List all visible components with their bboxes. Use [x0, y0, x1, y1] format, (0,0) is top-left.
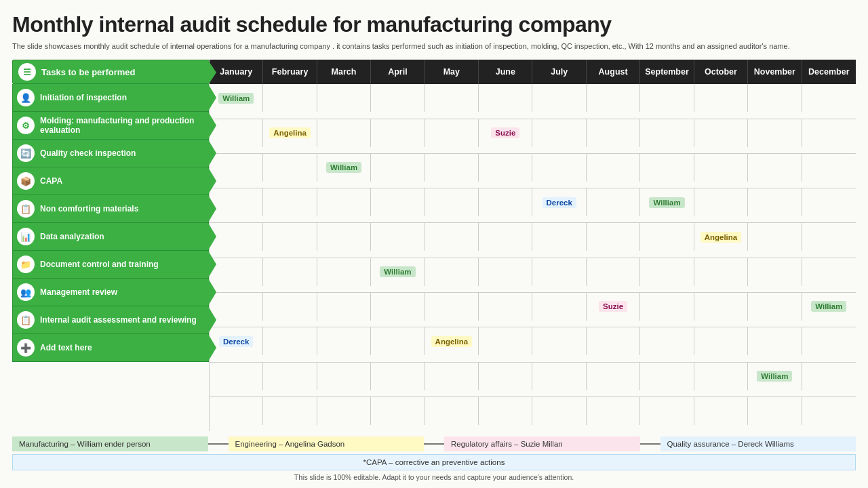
grid-row: SuzieWilliam	[210, 293, 856, 327]
auditor-badge: Suzie	[599, 301, 627, 312]
grid-row	[210, 397, 856, 431]
grid-cell	[587, 119, 640, 147]
grid-cell	[587, 397, 640, 425]
auditor-badge: William	[811, 301, 846, 312]
task-row: 🔄 Quality check inspection	[12, 140, 209, 167]
tasks-column: ☰ Tasks to be performed 👤 Initiation of …	[12, 60, 209, 431]
grid-cell	[694, 119, 748, 147]
task-row: 📊 Data analyzation	[12, 223, 209, 251]
task-row: 📋 Non comforting materials	[12, 195, 209, 223]
task-label: Quality check inspection	[40, 148, 136, 158]
grid-cell	[263, 84, 317, 112]
grid-cell	[587, 154, 640, 182]
grid-cell	[640, 223, 694, 251]
grid-cell	[748, 293, 802, 321]
grid-cell	[640, 327, 694, 355]
grid-cell	[317, 293, 371, 321]
legend-item: Quality assurance – Dereck Williams	[660, 436, 856, 451]
grid-cell	[532, 258, 586, 286]
grid-cell	[263, 223, 317, 251]
grid-cell	[479, 154, 532, 182]
grid-cell	[371, 397, 425, 425]
grid-cell	[694, 258, 748, 286]
task-row: ⚙ Molding: manufacturing and production …	[12, 112, 209, 140]
grid-cell: Dereck	[532, 188, 586, 216]
grid-cell: William	[640, 188, 694, 216]
task-rows: 👤 Initiation of inspection ⚙ Molding: ma…	[12, 84, 209, 362]
grid-cell	[371, 293, 425, 321]
grid-cell	[802, 397, 856, 425]
grid-cell	[317, 119, 371, 147]
grid-cell	[425, 119, 479, 147]
grid-cell	[694, 327, 748, 355]
grid-cell	[479, 327, 532, 355]
grid-cell	[694, 363, 748, 390]
auditor-badge: Dereck	[219, 336, 253, 347]
month-cell: May	[425, 60, 479, 84]
grid-cell	[210, 258, 263, 286]
task-row: 📦 CAPA	[12, 167, 209, 195]
grid-cell	[802, 258, 856, 286]
task-label: Molding: manufacturing and production ev…	[40, 116, 203, 136]
task-icon: ➕	[17, 339, 35, 357]
grid-cell	[748, 84, 802, 112]
task-icon: 📦	[17, 172, 35, 190]
month-cell: March	[317, 60, 371, 84]
legend-item: Engineering – Angelina Gadson	[229, 436, 425, 451]
grid-cell	[802, 327, 856, 355]
auditor-badge: William	[757, 371, 792, 382]
grid-cell	[587, 84, 640, 112]
task-label: Document control and training	[40, 260, 159, 269]
month-cell: December	[802, 60, 856, 84]
task-icon: 👥	[17, 283, 35, 301]
task-label: Add text here	[40, 343, 92, 352]
legend-separator	[640, 443, 660, 445]
grid-cell	[802, 119, 856, 147]
grid-cell	[317, 363, 371, 390]
grid-cell	[317, 258, 371, 286]
calendar-grid: JanuaryFebruaryMarchAprilMayJuneJulyAugu…	[209, 60, 856, 431]
grid-cell	[587, 223, 640, 251]
grid-cell	[748, 258, 802, 286]
grid-cell	[532, 154, 586, 182]
grid-cell	[748, 188, 802, 216]
grid-cell	[371, 154, 425, 182]
auditor-badge: William	[218, 93, 254, 104]
tasks-header-icon: ☰	[18, 63, 36, 81]
month-cell: August	[587, 60, 640, 84]
grid-cell	[210, 154, 263, 182]
task-icon: 👤	[17, 89, 35, 106]
grid-cell	[640, 397, 694, 425]
grid-cell	[532, 119, 586, 147]
legend-item: Manufacturing – William ender person	[12, 436, 208, 451]
grid-cell	[640, 293, 694, 321]
month-cell: June	[479, 60, 532, 84]
grid-cell	[371, 84, 425, 112]
month-cell: July	[532, 60, 586, 84]
grid-cell	[210, 363, 263, 390]
grid-cell	[532, 293, 586, 321]
grid-cell: William	[802, 293, 856, 321]
grid-cell	[694, 154, 748, 182]
grid-cell	[210, 119, 263, 147]
task-icon: ⚙	[17, 117, 35, 134]
grid-cell	[479, 363, 532, 390]
grid-row: William	[210, 84, 856, 119]
grid-cell	[748, 327, 802, 355]
grid-cell	[425, 188, 479, 216]
task-label: Initiation of inspection	[40, 93, 127, 102]
grid-cell	[317, 84, 371, 112]
grid-cell	[317, 397, 371, 425]
grid-cell	[532, 327, 586, 355]
auditor-badge: William	[326, 162, 361, 173]
grid-cell	[317, 188, 371, 216]
legend-row: Manufacturing – William ender personEngi…	[12, 436, 856, 451]
month-cell: October	[694, 60, 748, 84]
grid-cell	[694, 84, 748, 112]
grid-cell	[263, 258, 317, 286]
task-row: ➕ Add text here	[12, 334, 209, 362]
grid-cell	[425, 84, 479, 112]
grid-cell	[694, 293, 748, 321]
month-cell: November	[748, 60, 802, 84]
grid-body: WilliamAngelinaSuzieWilliamDereckWilliam…	[210, 84, 856, 431]
